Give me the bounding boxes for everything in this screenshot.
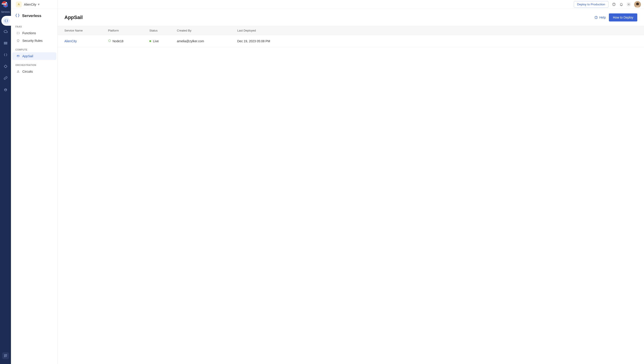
sidebar-item-label: Circuits bbox=[22, 70, 33, 73]
section-faas: FAAS bbox=[11, 23, 58, 29]
serverless-icon bbox=[15, 13, 20, 19]
services-label: Services bbox=[1, 11, 10, 13]
table-header: Service Name Platform Status Created By … bbox=[58, 26, 644, 35]
last-deployed-value: Dec 19, 2023 05:08 PM bbox=[237, 39, 637, 43]
sidebar-item-label: Functions bbox=[22, 31, 36, 35]
help-link[interactable]: Help bbox=[594, 16, 606, 19]
topbar: Deploy to Production bbox=[58, 0, 644, 9]
th-last-deployed: Last Deployed bbox=[237, 29, 637, 32]
svg-rect-10 bbox=[4, 356, 5, 357]
rail-item-ai[interactable] bbox=[2, 63, 9, 70]
svg-rect-8 bbox=[4, 354, 5, 356]
th-status: Status bbox=[149, 29, 177, 32]
th-service-name: Service Name bbox=[64, 29, 108, 32]
svg-point-17 bbox=[628, 4, 629, 5]
deploy-to-production-button[interactable]: Deploy to Production bbox=[574, 1, 608, 8]
status-value: Live bbox=[153, 39, 159, 43]
sidebar-item-appsail[interactable]: AppSail bbox=[12, 52, 56, 60]
circuits-icon bbox=[16, 70, 20, 73]
rail-item-cloud[interactable] bbox=[2, 28, 9, 35]
rail-item-data[interactable] bbox=[2, 40, 9, 46]
th-platform: Platform bbox=[108, 29, 149, 32]
svg-point-7 bbox=[6, 90, 6, 90]
svg-rect-3 bbox=[4, 44, 7, 44]
th-created-by: Created By bbox=[177, 29, 237, 32]
svg-point-16 bbox=[614, 5, 614, 5]
svg-rect-1 bbox=[2, 4, 6, 4]
how-to-deploy-button[interactable]: How to Deploy bbox=[609, 14, 637, 22]
rail-item-serverless[interactable] bbox=[0, 16, 11, 26]
sidebar-item-security-rules[interactable]: Security Rules bbox=[12, 37, 56, 44]
project-badge: A bbox=[16, 2, 22, 8]
svg-point-0 bbox=[6, 2, 7, 3]
sidebar-item-label: Security Rules bbox=[22, 39, 42, 42]
gear-icon[interactable] bbox=[627, 2, 630, 6]
help-circle-icon bbox=[594, 16, 598, 19]
status-dot-icon bbox=[149, 40, 151, 42]
bell-icon[interactable] bbox=[620, 2, 623, 6]
app-logo[interactable] bbox=[0, 0, 11, 10]
main: Deploy to Production AppSail Help How to… bbox=[58, 0, 644, 364]
rail-item-robot[interactable] bbox=[2, 86, 9, 93]
sidebar-title: Serverless bbox=[22, 14, 41, 18]
avatar[interactable] bbox=[634, 1, 641, 8]
created-by-value: amelia@zylker.com bbox=[177, 39, 237, 43]
chevron-down-icon[interactable]: ▾ bbox=[38, 2, 40, 6]
svg-rect-9 bbox=[6, 354, 7, 356]
left-rail: Services bbox=[0, 0, 11, 364]
svg-point-4 bbox=[4, 65, 7, 68]
section-orchestration: ORCHESTRATION bbox=[11, 62, 58, 68]
svg-rect-11 bbox=[17, 55, 19, 57]
services-table: Service Name Platform Status Created By … bbox=[58, 26, 644, 47]
node-icon bbox=[108, 39, 111, 43]
sidebar: A AlienCity ▾ Serverless FAAS Functions … bbox=[11, 0, 58, 364]
help-icon[interactable] bbox=[612, 2, 616, 6]
help-label: Help bbox=[599, 16, 606, 19]
sidebar-item-circuits[interactable]: Circuits bbox=[12, 68, 56, 75]
table-row[interactable]: AlienCity Node18 Live amelia@zylker.com … bbox=[58, 35, 644, 47]
rail-item-devtools[interactable] bbox=[2, 52, 9, 58]
page-title: AppSail bbox=[64, 14, 594, 20]
project-name[interactable]: AlienCity bbox=[24, 3, 36, 6]
rail-item-link[interactable] bbox=[2, 75, 9, 82]
svg-point-5 bbox=[4, 89, 7, 91]
appsail-icon bbox=[16, 54, 20, 58]
svg-point-12 bbox=[18, 70, 18, 71]
platform-value: Node18 bbox=[112, 39, 124, 43]
braces-icon bbox=[16, 32, 20, 35]
svg-rect-2 bbox=[4, 42, 7, 43]
section-compute: COMPUTE bbox=[11, 46, 58, 52]
service-name-link[interactable]: AlienCity bbox=[64, 39, 108, 43]
sidebar-item-label: AppSail bbox=[22, 54, 33, 58]
shield-icon bbox=[16, 39, 20, 42]
svg-point-6 bbox=[5, 90, 5, 90]
rail-apps-icon[interactable] bbox=[2, 352, 9, 359]
sidebar-item-functions[interactable]: Functions bbox=[12, 29, 56, 37]
